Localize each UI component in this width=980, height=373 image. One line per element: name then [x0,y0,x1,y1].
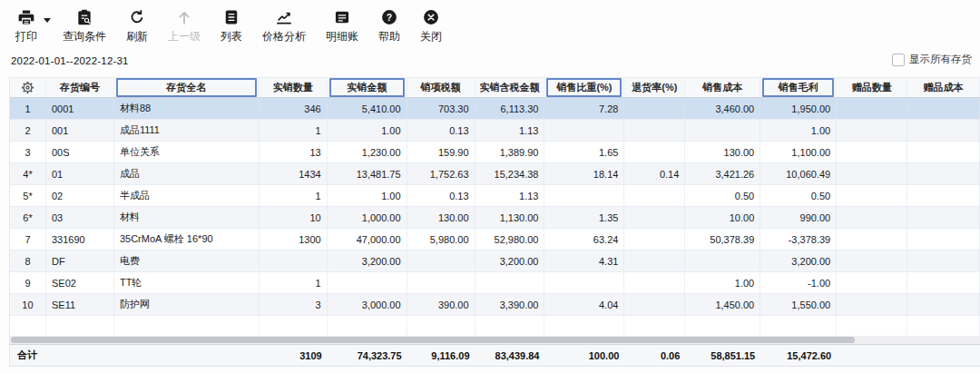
table-cell-code: DF [46,250,114,271]
table-cell-amount: 1,230.00 [328,142,407,162]
column-header-cost[interactable]: 销售成本 [685,78,760,97]
table-cell-cost: 10.00 [685,207,760,228]
table-cell-rownum: 6* [10,207,46,228]
column-header-amount_with_tax[interactable]: 实销含税金额 [475,78,545,97]
total-cell-tax: 9,116.09 [407,345,475,366]
empty-cell [407,316,475,336]
table-cell-gift_qty [837,98,907,119]
table-cell-profit: 1.00 [760,120,837,141]
table-cell-return_rate [624,120,685,141]
table-cell-amount_with_tax: 3,390.00 [475,294,545,315]
table-row[interactable]: 5*02半成品11.000.131.130.500.50 [10,185,980,207]
empty-cell [10,316,46,336]
total-cell-return_rate: 0.06 [624,345,685,366]
price-analysis-icon [275,8,293,26]
table-cell-gift_cost [907,98,980,119]
table-cell-amount_with_tax: 1.13 [475,120,545,141]
table-cell-profit: 1,550.00 [760,294,837,315]
table-cell-return_rate: 0.14 [624,163,685,184]
table-row[interactable]: 4*01成品143413,481.751,752.6315,234.3818.1… [10,163,980,185]
toolbar-button-label: 关闭 [420,29,442,44]
table-cell-amount_with_tax: 52,980.00 [475,229,545,250]
table-cell-cost: 0.50 [685,185,760,206]
table-cell-code: 001 [46,120,114,141]
table-cell-gift_cost [907,294,980,315]
column-header-amount[interactable]: 实销金额 [328,78,407,97]
toolbar-button-list[interactable]: 列表 [211,6,252,46]
table-cell-gift_cost [907,185,980,206]
table-cell-sales_ratio [544,272,624,293]
table-cell-qty: 1300 [260,229,328,250]
print-dropdown-caret-icon[interactable] [44,18,51,23]
column-header-profit[interactable]: 销售毛利 [760,78,837,97]
toolbar-button-label: 价格分析 [262,29,306,44]
scrollbar-thumb[interactable] [11,337,855,343]
toolbar-button-close[interactable]: 关闭 [410,6,452,46]
close-icon [422,8,440,26]
table-body: 10001材料883465,410.00703.306,113.307.283,… [10,98,980,316]
column-header-gift_cost[interactable]: 赠品成本 [907,78,980,97]
detail-ledger-icon [333,8,351,26]
table-cell-name: 材料 [114,207,260,228]
column-header-label: 实销金额 [329,78,405,97]
table-cell-tax: 390.00 [407,294,475,315]
empty-cell [260,316,328,336]
column-header-return_rate[interactable]: 退货率(%) [624,78,685,97]
table-cell-gift_qty [837,163,907,184]
table-cell-rownum: 10 [10,294,46,315]
total-cell-profit: 15,472.60 [760,345,837,366]
toolbar-button-printer[interactable]: 打印 [5,6,47,46]
toolbar-button-detail-ledger[interactable]: 明细账 [316,6,368,46]
toolbar-button-label: 查询条件 [63,29,106,44]
toolbar-button-help[interactable]: ?帮助 [368,6,410,46]
column-header-tax[interactable]: 销项税额 [407,78,475,97]
show-all-inventory-checkbox[interactable]: 显示所有存货 [892,53,972,66]
column-header-name[interactable]: 存货全名 [114,78,260,97]
empty-cell [760,316,837,336]
table-cell-amount: 5,410.00 [328,98,407,119]
horizontal-scrollbar[interactable] [10,336,980,344]
table-cell-return_rate [624,250,685,271]
table-cell-return_rate [624,272,685,293]
table-cell-profit: -3,378.39 [760,229,837,250]
toolbar-button-price-analysis[interactable]: 价格分析 [252,6,316,46]
table-cell-cost: 3,460.00 [685,98,760,119]
toolbar-button-refresh[interactable]: 刷新 [116,6,158,46]
column-settings-gear-cell[interactable] [10,78,46,97]
table-cell-amount: 3,200.00 [328,250,407,271]
table-row[interactable]: 300S单位关系131,230.00159.901,389.901.65130.… [10,142,980,163]
table-cell-sales_ratio: 1.35 [544,207,624,228]
table-row[interactable]: 733169035CrMoA 螺栓 16*90130047,000.005,98… [10,229,980,250]
column-header-label: 赠品成本 [924,81,964,94]
column-header-code[interactable]: 存货编号 [46,78,114,97]
column-header-qty[interactable]: 实销数量 [260,78,328,97]
table-cell-profit: 3,200.00 [760,250,837,271]
table-cell-tax: 159.90 [407,142,475,162]
table-row[interactable]: 2001成品111111.000.131.131.00 [10,120,980,142]
table-cell-cost: 1.00 [685,272,760,293]
table-row[interactable]: 8DF电费3,200.003,200.004.313,200.00 [10,250,980,272]
table-row[interactable]: 6*03材料101,000.00130.001,130.001.3510.009… [10,207,980,229]
column-header-gift_qty[interactable]: 赠品数量 [837,78,907,97]
table-row[interactable]: 10SE11防护网33,000.00390.003,390.004.041,45… [10,294,980,316]
table-cell-amount: 3,000.00 [328,294,407,315]
table-row[interactable]: 9SE02TT轮11.00-1.00 [10,272,980,294]
column-header-label: 实销数量 [273,81,313,94]
column-header-label: 退货率(%) [632,81,677,94]
table-row[interactable]: 10001材料883465,410.00703.306,113.307.283,… [10,98,980,120]
table-cell-cost: 50,378.39 [685,229,760,250]
table-cell-cost: 1,450.00 [685,294,760,315]
column-header-sales_ratio[interactable]: 销售比重(%) [544,78,624,97]
table-cell-profit: 1,100.00 [760,142,837,162]
table-cell-name: 单位关系 [114,142,260,162]
toolbar-button-label: 列表 [220,29,242,44]
table-cell-cost [685,250,760,271]
empty-cell [685,316,760,336]
toolbar-button-query-conditions[interactable]: 查询条件 [53,6,116,46]
checkbox-icon[interactable] [892,54,905,66]
table-cell-code: SE02 [46,272,114,293]
table-cell-code: 01 [46,163,114,184]
table-cell-name: 35CrMoA 螺栓 16*90 [114,229,260,250]
table-cell-qty: 1434 [260,163,328,184]
empty-cell [46,316,114,336]
